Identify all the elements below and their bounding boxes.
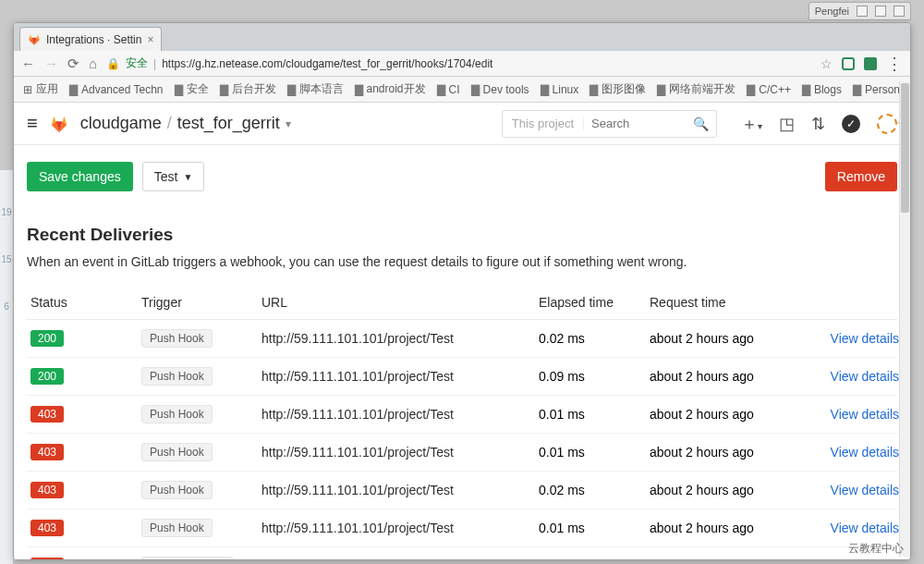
back-icon[interactable]: ← [21, 55, 35, 71]
view-details-link[interactable]: View details [797, 521, 899, 535]
bookmark-folder[interactable]: ▇脚本语言 [287, 81, 344, 97]
hook-url: http://59.111.101.101/project/Test [261, 483, 539, 497]
folder-icon: ▇ [747, 83, 755, 96]
breadcrumb-project[interactable]: test_for_gerrit [177, 114, 280, 133]
todos-check-icon[interactable]: ✓ [842, 115, 860, 133]
bookmark-folder[interactable]: ▇CI [437, 83, 460, 96]
bookmark-label: 脚本语言 [299, 81, 344, 97]
chevron-down-icon[interactable]: ▾ [286, 117, 291, 130]
view-details-link[interactable]: View details [797, 483, 899, 497]
bookmark-folder[interactable]: ▇Dev tools [471, 83, 529, 96]
apps-shortcut[interactable]: ⊞应用 [23, 81, 58, 97]
test-dropdown-button[interactable]: Test▼ [142, 162, 205, 191]
trigger-pill: Push Hook [141, 405, 213, 423]
status-badge: 403 [30, 520, 64, 536]
view-details-link[interactable]: View details [797, 407, 899, 422]
page-scrollbar[interactable] [899, 81, 910, 557]
apps-label: 应用 [36, 81, 58, 97]
bookmark-folder[interactable]: ▇Advanced Techn [69, 83, 164, 96]
col-url: URL [261, 295, 539, 310]
elapsed-time: 0.02 ms [539, 483, 650, 497]
lock-icon: 🔒 [106, 57, 120, 70]
search-icon[interactable]: 🔍 [686, 116, 716, 131]
search-input[interactable] [584, 116, 686, 130]
merge-requests-icon[interactable]: ⇅ [811, 114, 825, 134]
search-box[interactable]: This project 🔍 [502, 110, 717, 138]
close-window-icon[interactable] [894, 6, 905, 17]
breadcrumb-group[interactable]: cloudgame [80, 114, 162, 133]
section-description: When an event in GitLab triggers a webho… [27, 254, 897, 269]
plus-dropdown-icon[interactable]: ＋▾ [741, 113, 762, 135]
issues-icon[interactable]: ◳ [779, 114, 795, 134]
folder-icon: ▇ [355, 83, 363, 96]
gitlab-logo-icon[interactable] [49, 114, 69, 134]
address-bar[interactable]: 🔒 安全 | https://g.hz.netease.com/cloudgam… [106, 55, 811, 71]
header-actions: ＋▾ ◳ ⇅ ✓ [741, 113, 897, 135]
scroll-thumb[interactable] [901, 83, 909, 213]
view-details-link[interactable]: View details [797, 331, 899, 346]
tab-title: Integrations · Settin [46, 33, 141, 46]
bookmark-label: 后台开发 [232, 81, 276, 97]
bookmark-folder[interactable]: ▇Blogs [802, 83, 842, 96]
table-row: 403Push Hookhttp://59.111.101.101/projec… [27, 472, 897, 509]
bookmark-folder[interactable]: ▇C/C++ [747, 83, 791, 96]
browser-toolbar: ← → ⟳ ⌂ 🔒 安全 | https://g.hz.netease.com/… [14, 51, 910, 77]
bookmark-label: Linux [553, 83, 579, 96]
bookmark-star-icon[interactable]: ☆ [821, 56, 833, 71]
forward-icon[interactable]: → [44, 55, 58, 71]
view-details-link[interactable]: View details [797, 558, 899, 559]
request-time: about 2 hours ago [650, 369, 797, 384]
trigger-pill: Tag Push Hook [141, 557, 233, 559]
background-window-strip: 19156 [0, 170, 13, 564]
browser-window: Integrations · Settin × ← → ⟳ ⌂ 🔒 安全 | h… [13, 22, 911, 560]
test-label: Test [154, 169, 178, 184]
col-status: Status [30, 295, 141, 310]
bookmark-label: CI [449, 83, 460, 96]
reload-icon[interactable]: ⟳ [67, 55, 79, 72]
page-content: ≡ cloudgame / test_for_gerrit ▾ This pro… [14, 103, 910, 559]
browser-tab[interactable]: Integrations · Settin × [19, 27, 162, 51]
hook-url: http://59.111.101.101/project/Test [261, 407, 539, 422]
bookmark-folder[interactable]: ▇Linux [541, 83, 579, 96]
secure-label: 安全 [126, 55, 148, 71]
bookmark-label: 安全 [187, 81, 209, 97]
extension-icon[interactable] [864, 57, 877, 70]
bookmark-label: android开发 [367, 81, 426, 97]
bookmark-folder[interactable]: ▇网络前端开发 [657, 81, 736, 97]
user-avatar-icon[interactable] [877, 114, 897, 134]
bookmark-folder[interactable]: ▇图形图像 [590, 81, 646, 97]
remove-button[interactable]: Remove [825, 162, 897, 191]
request-time: about 2 hours ago [650, 521, 797, 535]
browser-menu-icon[interactable]: ⋮ [886, 54, 903, 74]
home-icon[interactable]: ⌂ [89, 55, 97, 71]
col-trigger: Trigger [141, 295, 261, 310]
hamburger-menu-icon[interactable]: ≡ [27, 113, 38, 134]
bookmark-folder[interactable]: ▇后台开发 [220, 81, 276, 97]
gitlab-header: ≡ cloudgame / test_for_gerrit ▾ This pro… [14, 103, 910, 145]
folder-icon: ▇ [437, 83, 445, 96]
url-text: https://g.hz.netease.com/cloudgame/test_… [162, 57, 492, 70]
hook-url: http://59.111.101.101/project/Test [261, 445, 539, 460]
trigger-pill: Push Hook [141, 443, 213, 461]
bookmark-folder[interactable]: ▇android开发 [355, 81, 426, 97]
request-time: about 2 hours ago [650, 331, 797, 346]
shield-extension-icon[interactable] [842, 57, 855, 70]
save-button[interactable]: Save changes [27, 162, 133, 191]
bookmark-label: Blogs [814, 83, 842, 96]
maximize-icon[interactable] [875, 6, 886, 17]
folder-icon: ▇ [853, 83, 861, 96]
bookmark-label: Advanced Techn [81, 83, 164, 96]
view-details-link[interactable]: View details [797, 369, 899, 384]
folder-icon: ▇ [590, 83, 598, 96]
bookmarks-bar: ⊞应用 ▇Advanced Techn ▇安全 ▇后台开发 ▇脚本语言 ▇and… [14, 77, 910, 103]
bookmark-folder[interactable]: ▇安全 [175, 81, 209, 97]
toolbar-right: ☆ ⋮ [821, 54, 903, 74]
hook-url: http://59.111.101.101/project/Test [261, 521, 539, 535]
folder-icon: ▇ [175, 83, 183, 96]
status-badge: 200 [30, 330, 64, 347]
folder-icon: ▇ [69, 83, 78, 96]
search-scope: This project [503, 116, 584, 130]
minimize-icon[interactable] [857, 6, 868, 17]
view-details-link[interactable]: View details [797, 445, 899, 460]
close-tab-icon[interactable]: × [147, 33, 153, 46]
